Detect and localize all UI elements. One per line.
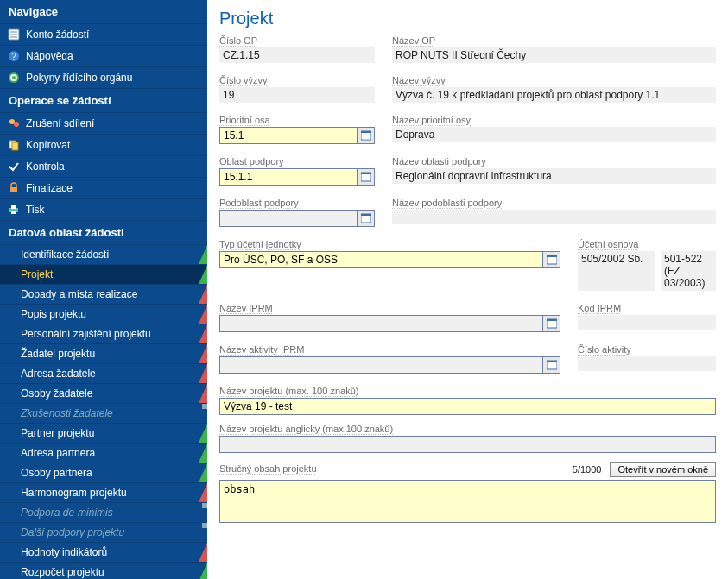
nav-projekt[interactable]: Projekt [0,265,207,285]
nav-label: Harmonogram projektu [21,487,127,499]
nazev-aktivity-input[interactable] [220,357,542,373]
typ-uj-combo[interactable] [219,251,560,268]
cislo-vyzvy-value: 19 [219,87,375,103]
nav-label: Podpora de-minimis [21,507,113,519]
nav-label: Kontrola [26,160,65,173]
nav-podpora-deminimis[interactable]: Podpora de-minimis [0,503,207,523]
nazev-iprm-input[interactable] [220,316,542,331]
nav-dopady[interactable]: Dopady a místa realizace [0,285,207,305]
cislo-op-value: CZ.1.15 [219,47,375,63]
nav-rozpocet[interactable]: Rozpočet projektu [0,563,207,579]
svg-rect-27 [547,255,557,257]
nav-harmonogram[interactable]: Harmonogram projektu [0,483,207,503]
strucny-obsah-textarea[interactable] [219,480,716,523]
kod-iprm-value [578,315,716,330]
nav-label: Další podpory projektu [21,526,124,538]
nav-zadatel[interactable]: Žadatel projektu [0,344,207,364]
svg-point-10 [14,122,19,127]
cislo-aktivity-value [578,356,716,371]
nazev-projektu-en-input[interactable] [219,436,716,453]
open-new-window-button[interactable]: Otevřít v novém okně [610,462,716,477]
nazev-iprm-combo[interactable] [219,315,560,332]
nav-personalni[interactable]: Personální zajištění projektu [0,324,207,344]
svg-rect-15 [11,205,16,209]
svg-rect-29 [547,319,557,321]
sidebar: Navigace Konto žádostí ? Nápověda Pokyny… [0,0,207,579]
nav-label: Hodnoty indikátorů [21,546,107,558]
page-title: Projekt [219,9,716,28]
nav-partner[interactable]: Partner projektu [0,424,207,444]
typ-uj-label: Typ účetní jednotky [219,239,560,249]
nazev-projektu-label: Název projektu (max. 100 znaků) [219,386,716,396]
nazev-projektu-input[interactable] [219,398,716,415]
nav-kontrola[interactable]: Kontrola [0,156,207,178]
nazev-vyzvy-label: Název výzvy [392,75,716,85]
print-icon [7,203,21,217]
nav-tisk[interactable]: Tisk [0,199,207,221]
nazev-oblasti-value: Regionální dopravní infrastruktura [392,168,716,184]
nav-label: Rozpočet projektu [21,566,104,578]
nav-label: Konto žádostí [26,28,89,41]
nav-dalsi-podpory[interactable]: Další podpory projektu [0,523,207,543]
svg-rect-13 [10,187,17,192]
oblast-podpory-combo[interactable] [219,168,375,186]
nav-osoby-zadatele[interactable]: Osoby žadatele [0,384,207,404]
oblast-podpory-label: Oblast podpory [219,156,375,167]
nazev-aktivity-combo[interactable] [219,356,560,374]
char-counter: 5/1000 [573,464,602,475]
nav-osoby-partnera[interactable]: Osoby partnera [0,463,207,483]
nav-identifikace-zadosti[interactable]: Identifikace žádosti [0,245,207,265]
nav-label: Osoby partnera [21,467,92,479]
nav-label: Zrušení sdílení [26,117,94,129]
nav-label: Kopírovat [26,139,70,151]
nav-adresa-zadatele[interactable]: Adresa žadatele [0,364,207,384]
nav-label: Projekt [21,268,53,280]
nav-popis-projektu[interactable]: Popis projektu [0,305,207,324]
nazev-prioritni-osy-label: Název prioritní osy [392,115,716,125]
nav-finalizace[interactable]: Finalizace [0,178,207,199]
calendar-picker-icon[interactable] [542,316,560,331]
calendar-picker-icon[interactable] [357,128,374,143]
lock-icon [7,181,21,195]
strucny-obsah-label: Stručný obsah projektu [219,463,564,474]
nav-label: Tisk [26,204,45,216]
calendar-picker-icon[interactable] [542,252,560,267]
svg-rect-25 [361,214,371,216]
content: Projekt Číslo OP CZ.1.15 Název OP ROP NU… [207,0,728,579]
prioritni-osa-combo[interactable] [219,127,375,144]
prioritni-osa-input[interactable] [220,128,357,143]
nav-konto-zadosti[interactable]: Konto žádostí [0,24,207,46]
nazev-iprm-label: Název IPRM [219,303,560,313]
nav-kopirovat[interactable]: Kopírovat [0,135,207,156]
info-icon [7,71,21,85]
nav-label: Adresa partnera [21,447,95,459]
nazev-projektu-en-label: Název projektu anglicky (max.100 znaků) [219,424,716,434]
nav-hodnoty-indikatoru[interactable]: Hodnoty indikátorů [0,543,207,563]
nav-label: Finalizace [26,182,73,194]
nav-header-operace: Operace se žádostí [0,89,207,113]
nav-napoveda[interactable]: ? Nápověda [0,46,207,67]
oblast-podpory-input[interactable] [220,169,357,185]
nav-label: Pokyny řídícího orgánu [26,72,132,84]
podoblast-input[interactable] [220,211,357,226]
nazev-vyzvy-value: Výzva č. 19 k předkládání projektů pro o… [392,87,716,103]
ucetni-osnova-label: Účetní osnova [578,239,716,249]
nav-adresa-partnera[interactable]: Adresa partnera [0,444,207,463]
calendar-picker-icon[interactable] [542,357,560,373]
nav-zkusenosti[interactable]: Zkušenosti žadatele [0,404,207,424]
ucetni-osnova-value2: 501-522 (FZ 03/2003) [661,251,716,291]
cislo-vyzvy-label: Číslo výzvy [219,75,375,85]
nav-pokyny[interactable]: Pokyny řídícího orgánu [0,67,207,89]
cislo-op-label: Číslo OP [219,35,375,46]
svg-rect-16 [11,211,16,214]
typ-uj-input[interactable] [220,252,542,267]
nav-zruseni-sdileni[interactable]: Zrušení sdílení [0,113,207,135]
svg-rect-23 [361,173,371,174]
calendar-picker-icon[interactable] [357,211,374,226]
calendar-picker-icon[interactable] [357,169,374,185]
prioritni-osa-label: Prioritní osa [219,115,375,125]
nav-label: Partner projektu [21,427,94,439]
nav-label: Popis projektu [21,308,86,320]
nazev-podoblasti-label: Název podoblasti podpory [392,198,716,208]
podoblast-combo[interactable] [219,210,375,227]
